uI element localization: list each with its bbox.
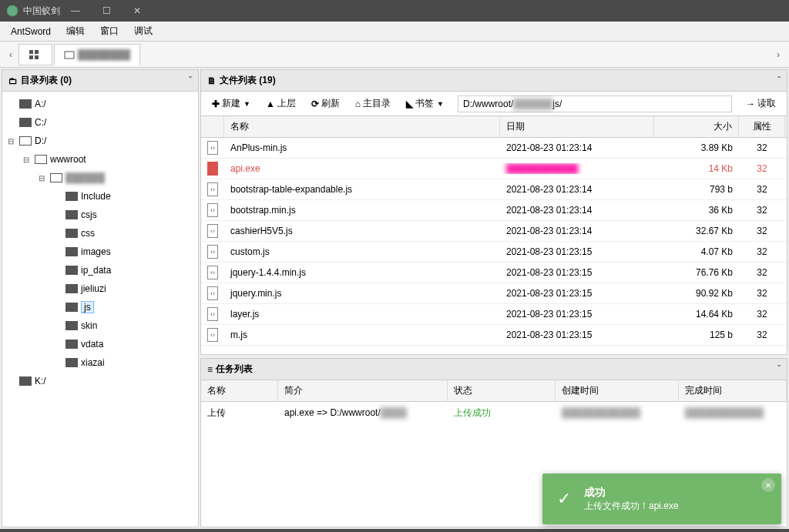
read-button[interactable]: →读取 [740, 95, 782, 113]
menu-window[interactable]: 窗口 [92, 22, 126, 41]
folder-open-icon [35, 155, 47, 164]
col-name[interactable]: 名称 [224, 116, 500, 137]
tab-nav-right-icon[interactable]: › [771, 45, 786, 65]
titlebar-title: 中国蚁剑 [23, 5, 60, 18]
file-icon: ‹› [207, 141, 218, 155]
bookmark-icon: ◣ [406, 99, 413, 109]
folder-icon [65, 247, 78, 256]
tree-blurred-folder[interactable]: ⊟██████ [2, 169, 198, 187]
tree-folder-skin[interactable]: skin [2, 316, 198, 335]
col-size[interactable]: 大小 [654, 116, 739, 137]
file-row[interactable]: ‹›bootstrap-table-expandable.js2021-08-2… [201, 179, 787, 200]
folder-icon [65, 358, 78, 367]
tree-folder-css[interactable]: css [2, 224, 198, 243]
tcol-ct[interactable]: 创建时间 [556, 380, 679, 401]
tcol-name[interactable]: 名称 [201, 380, 278, 401]
tree-folder-ip_data[interactable]: ip_data [2, 261, 198, 279]
close-button[interactable]: ✕ [122, 0, 153, 22]
file-icon: ‹› [207, 203, 218, 217]
tree-drive-c[interactable]: C:/ [2, 113, 198, 132]
tab-nav-left-icon[interactable]: ‹ [3, 45, 18, 65]
tree-drive-k[interactable]: K:/ [2, 372, 198, 390]
grid-icon [29, 49, 39, 60]
tcol-state[interactable]: 状态 [448, 380, 556, 401]
file-name: jquery-1.4.4.min.js [224, 267, 500, 278]
col-date[interactable]: 日期 [500, 116, 654, 137]
bookmark-button[interactable]: ◣书签▼ [400, 95, 450, 113]
tab-file-manager[interactable]: ████████ [54, 44, 140, 65]
tree-folder-jieliuzi[interactable]: jieliuzi [2, 279, 198, 298]
new-button[interactable]: ✚新建▼ [206, 95, 257, 113]
file-row[interactable]: ‹›m.js2021-08-23 01:23:15125 b32 [201, 325, 787, 346]
path-input[interactable]: D:/wwwroot/██████js/ [458, 95, 732, 112]
refresh-button[interactable]: ⟳刷新 [305, 95, 346, 113]
tcol-ft[interactable]: 完成时间 [679, 380, 787, 401]
task-row[interactable]: 上传 api.exe => D:/wwwroot/████ 上传成功 █████… [201, 402, 787, 423]
success-toast: ✓ 成功 上传文件成功！api.exe ✕ [542, 473, 781, 524]
file-attr: 32 [739, 142, 785, 153]
app-icon [6, 5, 18, 17]
file-row[interactable]: ‹›layer.js2021-08-23 01:23:1514.64 Kb32 [201, 304, 787, 325]
file-date: 2021-08-23 01:23:14 [500, 205, 654, 216]
folder-open-icon [19, 136, 32, 146]
file-size: 14.64 Kb [654, 309, 739, 320]
tree-folder-csjs[interactable]: csjs [2, 206, 198, 224]
folder-icon [65, 266, 78, 275]
file-date: 2021-08-23 01:23:15 [500, 267, 654, 278]
tree-folder-images[interactable]: images [2, 243, 198, 261]
file-size: 32.67 Kb [654, 226, 739, 236]
chevron-up-icon[interactable]: ˆ [777, 75, 781, 86]
col-attr[interactable]: 属性 [739, 116, 785, 137]
file-icon: ‹› [207, 224, 218, 238]
folder-open-icon [50, 173, 62, 182]
svg-rect-3 [29, 55, 33, 59]
svg-rect-1 [29, 50, 33, 54]
toast-body: 上传文件成功！api.exe [584, 500, 679, 513]
file-date: 2021-08-23 01:23:14 [500, 184, 654, 195]
home-button[interactable]: ⌂主目录 [349, 95, 397, 113]
menu-antsword[interactable]: AntSword [3, 23, 59, 40]
toast-close-button[interactable]: ✕ [761, 478, 775, 492]
tabbar: ‹ ████████ › [0, 42, 789, 68]
tcol-desc[interactable]: 简介 [278, 380, 448, 401]
file-attr: 32 [739, 288, 785, 299]
file-grid-header: 名称 日期 大小 属性 [201, 116, 787, 138]
file-row[interactable]: ‹›AnPlus-min.js2021-08-23 01:23:143.89 K… [201, 138, 787, 159]
minimize-button[interactable]: — [60, 0, 91, 22]
file-row[interactable]: ‹›bootstrap.min.js2021-08-23 01:23:1436 … [201, 200, 787, 221]
tab-home[interactable] [18, 44, 52, 65]
home-icon: ⌂ [355, 99, 361, 109]
tree-folder-vdata[interactable]: vdata [2, 335, 198, 353]
tree-drive-d[interactable]: ⊟D:/ [2, 132, 198, 150]
folder-icon [65, 229, 78, 238]
tree-drive-a[interactable]: A:/ [2, 95, 198, 113]
file-row[interactable]: api.exe███████████14 Kb32 [201, 159, 787, 179]
chevron-down-icon[interactable]: ˇ [189, 75, 192, 86]
tree-wwwroot[interactable]: ⊟wwwroot [2, 150, 198, 169]
task-panel-header[interactable]: ≡任务列表 ˇ [201, 359, 787, 380]
file-attr: 32 [739, 163, 785, 174]
file-name: bootstrap.min.js [224, 205, 500, 216]
up-button[interactable]: ▲上层 [260, 95, 302, 113]
file-row[interactable]: ‹›cashierH5V5.js2021-08-23 01:23:1432.67… [201, 221, 787, 242]
file-row[interactable]: ‹›jquery-1.4.4.min.js2021-08-23 01:23:15… [201, 263, 787, 283]
file-row[interactable]: ‹›custom.js2021-08-23 01:23:154.07 Kb32 [201, 242, 787, 263]
chevron-down-icon[interactable]: ˇ [777, 364, 781, 375]
file-panel-header[interactable]: 🗎文件列表 (19) ˆ [201, 70, 787, 92]
tree-folder-Include[interactable]: Include [2, 187, 198, 206]
tree-folder-xiazai[interactable]: xiazai [2, 353, 198, 372]
file-attr: 32 [739, 226, 785, 236]
file-attr: 32 [739, 205, 785, 216]
menu-debug[interactable]: 调试 [126, 22, 160, 41]
directory-panel-header[interactable]: 🗀目录列表 (0) ˇ [2, 70, 198, 92]
directory-tree: A:/ C:/ ⊟D:/ ⊟wwwroot ⊟██████ Includecsj… [2, 92, 198, 527]
refresh-icon: ⟳ [311, 99, 319, 109]
menu-edit[interactable]: 编辑 [59, 22, 92, 41]
maximize-button[interactable]: ☐ [91, 0, 122, 22]
folder-icon [19, 376, 32, 386]
file-row[interactable]: ‹›jquery.min.js2021-08-23 01:23:1590.92 … [201, 283, 787, 304]
plus-icon: ✚ [212, 99, 220, 109]
folder-icon [19, 118, 32, 127]
file-attr: 32 [739, 309, 785, 320]
tree-folder-js[interactable]: js [2, 298, 198, 316]
